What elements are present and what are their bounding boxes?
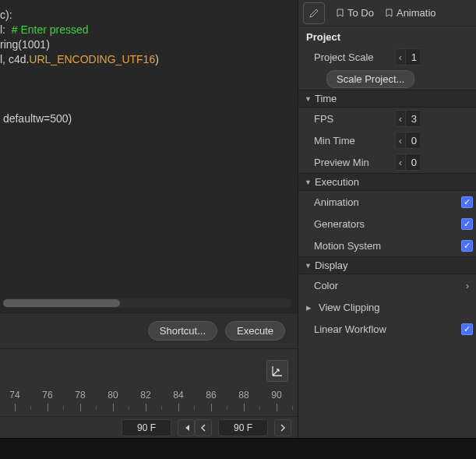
panel-heading: Project bbox=[298, 26, 476, 46]
section-time-header[interactable]: ▼ Time bbox=[298, 90, 476, 108]
collapse-icon: ▼ bbox=[305, 178, 312, 186]
scale-project-button[interactable]: Scale Project... bbox=[326, 70, 414, 88]
frame-current-field[interactable]: 90 F bbox=[122, 419, 171, 436]
animation-checkbox[interactable]: ✓ bbox=[461, 196, 473, 208]
code-horizontal-scrollbar[interactable] bbox=[3, 298, 291, 308]
fps-stepper[interactable]: ‹ 3 bbox=[395, 110, 420, 127]
min-time-label: Min Time bbox=[314, 135, 390, 147]
min-time-value[interactable]: 0 bbox=[406, 132, 420, 149]
ruler-tick: 84 bbox=[170, 390, 187, 401]
frame-prev-button[interactable] bbox=[178, 419, 195, 436]
project-scale-stepper[interactable]: ‹ 1 bbox=[395, 48, 420, 65]
linear-workflow-label: Linear Workflow bbox=[314, 323, 415, 335]
ruler-tick: 88 bbox=[235, 390, 252, 401]
frame-end-field[interactable]: 90 F bbox=[218, 419, 268, 436]
preview-min-label: Preview Min bbox=[314, 157, 390, 168]
expand-view-clipping-icon[interactable]: ▸ bbox=[303, 302, 314, 313]
tab-todo-label: To Do bbox=[347, 7, 374, 19]
collapse-icon: ▼ bbox=[305, 262, 312, 270]
tab-todo[interactable]: To Do bbox=[336, 7, 374, 19]
linear-workflow-checkbox[interactable]: ✓ bbox=[461, 323, 473, 335]
ruler-tick: 90 bbox=[268, 390, 285, 401]
motion-system-checkbox-label: Motion System bbox=[314, 240, 407, 252]
timeline: 747678808284868890 90 F 90 F bbox=[0, 348, 298, 438]
code-scrollbar-thumb[interactable] bbox=[3, 299, 120, 307]
collapse-icon: ▼ bbox=[305, 95, 312, 103]
frame-rewind-button[interactable] bbox=[195, 419, 212, 436]
ruler-tick: 86 bbox=[203, 390, 220, 401]
project-scale-label: Project Scale bbox=[314, 51, 390, 63]
panel-edit-icon[interactable] bbox=[303, 2, 325, 24]
ruler-tick: 74 bbox=[6, 390, 23, 401]
section-execution-header[interactable]: ▼ Execution bbox=[298, 173, 476, 191]
pencil-icon bbox=[308, 7, 320, 19]
section-execution-label: Execution bbox=[315, 176, 359, 188]
execute-button[interactable]: Execute bbox=[225, 321, 285, 341]
timeline-ruler[interactable]: 747678808284868890 bbox=[0, 390, 298, 416]
generators-checkbox-label: Generators bbox=[314, 218, 390, 230]
script-toolbar: Shortcut... Execute bbox=[0, 312, 298, 348]
step-prev-icon bbox=[182, 424, 190, 432]
color-label: Color bbox=[314, 280, 390, 291]
fps-value[interactable]: 3 bbox=[406, 110, 420, 127]
generators-checkbox[interactable]: ✓ bbox=[461, 218, 473, 230]
ruler-tick: 80 bbox=[104, 390, 122, 401]
ruler-tick: 76 bbox=[39, 390, 56, 401]
ruler-tick: 78 bbox=[72, 390, 89, 401]
chevron-left-icon[interactable]: ‹ bbox=[395, 48, 406, 65]
chevron-left-icon[interactable]: ‹ bbox=[395, 110, 406, 127]
motion-system-checkbox[interactable]: ✓ bbox=[461, 240, 473, 252]
tab-animation[interactable]: Animatio bbox=[385, 7, 436, 19]
preview-min-stepper[interactable]: ‹ 0 bbox=[395, 154, 420, 171]
chevron-left-icon[interactable]: ‹ bbox=[395, 132, 406, 149]
shortcut-button[interactable]: Shortcut... bbox=[148, 321, 217, 341]
code-editor[interactable]: c):l: # Enter pressedring(1001)l, c4d.UR… bbox=[0, 0, 298, 312]
chevron-left-icon[interactable]: ‹ bbox=[395, 154, 406, 171]
min-time-stepper[interactable]: ‹ 0 bbox=[395, 132, 420, 149]
axes-icon bbox=[271, 365, 284, 377]
frame-forward-button[interactable] bbox=[274, 419, 291, 436]
view-clipping-label: View Clipping bbox=[319, 302, 406, 313]
bookmark-icon bbox=[385, 9, 393, 17]
chevron-left-icon bbox=[200, 424, 206, 432]
status-bar bbox=[0, 438, 476, 459]
section-display-header[interactable]: ▼ Display bbox=[298, 256, 476, 274]
project-scale-value[interactable]: 1 bbox=[406, 48, 420, 65]
preview-min-value[interactable]: 0 bbox=[406, 154, 420, 171]
chevron-right-icon bbox=[280, 424, 286, 432]
bookmark-icon bbox=[336, 9, 344, 17]
tab-animation-label: Animatio bbox=[397, 7, 436, 19]
fps-label: FPS bbox=[314, 113, 390, 125]
timeline-scale-icon[interactable] bbox=[266, 360, 288, 382]
properties-panel: To Do Animatio Project Project Scale ‹ 1… bbox=[298, 0, 476, 438]
animation-checkbox-label: Animation bbox=[314, 196, 390, 208]
ruler-tick: 82 bbox=[137, 390, 154, 401]
section-display-label: Display bbox=[315, 260, 348, 271]
section-time-label: Time bbox=[315, 93, 337, 104]
chevron-right-icon[interactable]: › bbox=[462, 280, 473, 291]
